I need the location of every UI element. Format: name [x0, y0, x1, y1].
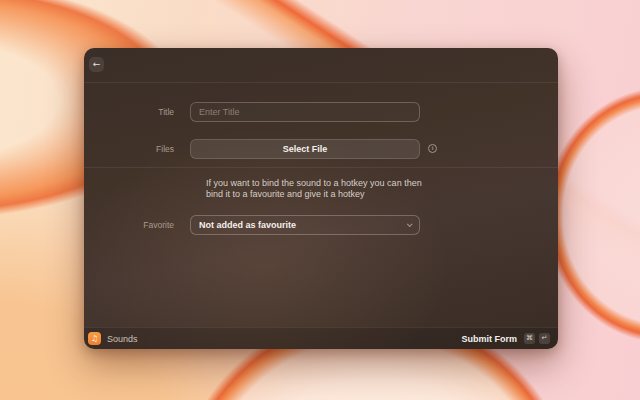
- form-row-files: Files Select File i: [84, 138, 558, 159]
- sounds-app-icon: ♫: [88, 332, 101, 345]
- form-row-favorite: Favorite Not added as favourite: [84, 215, 558, 235]
- window-header: ←: [84, 48, 558, 83]
- select-file-button[interactable]: Select File: [190, 139, 420, 159]
- form-body: Title Files Select File i If you want to…: [84, 83, 558, 327]
- action-bar: ♫ Sounds Submit Form ⌘ ↵: [84, 327, 558, 349]
- section-divider: [84, 167, 558, 168]
- command-key-icon: ⌘: [524, 333, 535, 344]
- submit-form-button[interactable]: Submit Form ⌘ ↵: [462, 333, 551, 344]
- title-input[interactable]: [190, 102, 420, 122]
- hotkey-description-row: If you want to bind the sound to a hotke…: [84, 178, 558, 199]
- favorite-dropdown[interactable]: Not added as favourite: [190, 215, 420, 235]
- hotkey-description: If you want to bind the sound to a hotke…: [206, 178, 422, 199]
- desktop-wallpaper: ← Title Files Select File i If you want …: [0, 0, 640, 400]
- return-key-icon: ↵: [539, 333, 550, 344]
- favorite-dropdown-value: Not added as favourite: [199, 220, 296, 230]
- app-identity: ♫ Sounds: [88, 332, 138, 345]
- form-row-title: Title: [84, 101, 558, 122]
- hotkey-description-line1: If you want to bind the sound to a hotke…: [206, 178, 422, 189]
- back-button[interactable]: ←: [89, 57, 104, 72]
- files-label: Files: [84, 139, 190, 159]
- hotkey-description-line2: bind it to a favourite and give it a hot…: [206, 189, 422, 200]
- info-icon[interactable]: i: [428, 144, 437, 153]
- favorite-label: Favorite: [84, 215, 190, 235]
- title-label: Title: [84, 102, 190, 122]
- chevron-down-icon: [407, 221, 413, 227]
- submit-form-label: Submit Form: [462, 334, 518, 344]
- app-window: ← Title Files Select File i If you want …: [84, 48, 558, 349]
- app-name: Sounds: [107, 334, 138, 344]
